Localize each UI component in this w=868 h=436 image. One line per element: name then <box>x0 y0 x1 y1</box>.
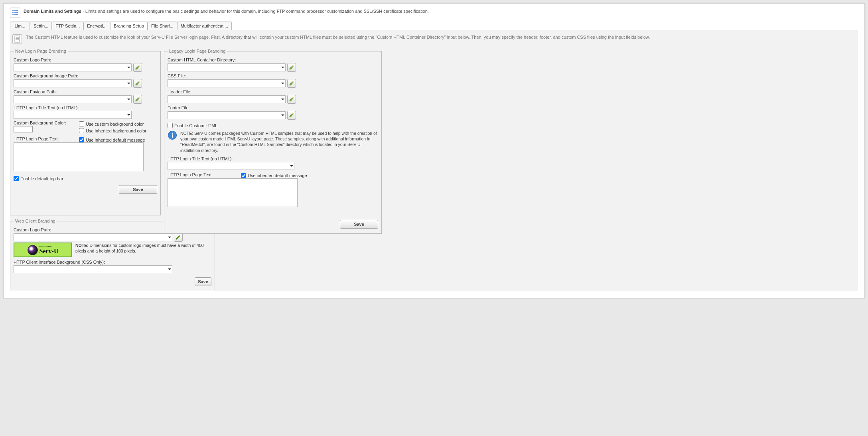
use-inherited-bg-label: Use inherited background color <box>86 128 146 133</box>
enable-custom-html-checkbox[interactable] <box>168 123 173 128</box>
use-inherited-msg-checkbox[interactable] <box>79 137 84 142</box>
container-dir-combo[interactable] <box>168 63 286 71</box>
new-login-fieldset: New Login Page Branding Custom Logo Path… <box>10 49 161 215</box>
custom-logo-path-label: Custom Logo Path: <box>14 57 157 62</box>
legacy-http-login-page-text[interactable] <box>168 178 298 207</box>
svg-rect-4 <box>12 14 14 15</box>
footer-file-input[interactable] <box>168 111 286 119</box>
page-title: Domain Limits and Settings <box>24 9 81 14</box>
logo-big-text: Serv-U <box>39 248 59 254</box>
custom-favicon-combo[interactable] <box>14 95 132 103</box>
wc-note: NOTE: Dimensions for custom logo images … <box>75 243 211 254</box>
wc-note-label: NOTE: <box>75 243 89 248</box>
wc-note-text: Dimensions for custom logo images must h… <box>75 243 204 253</box>
edit-button[interactable] <box>174 233 183 242</box>
http-title-input[interactable] <box>14 111 132 119</box>
header-file-input[interactable] <box>168 95 286 103</box>
custom-logo-path-combo[interactable] <box>14 63 132 71</box>
tab-branding-setup[interactable]: Branding Setup <box>110 22 148 30</box>
logo-preview: File Server Serv-U <box>14 243 72 257</box>
save-button[interactable]: Save <box>340 220 378 229</box>
legacy-http-title-input[interactable] <box>168 162 294 170</box>
css-file-input[interactable] <box>168 79 286 87</box>
edit-button[interactable] <box>133 79 142 88</box>
enable-custom-html-label: Enable Custom HTML <box>174 123 217 128</box>
web-client-legend: Web Client Branding <box>14 219 57 223</box>
http-login-page-text[interactable] <box>14 142 144 171</box>
main-panel: Domain Limits and Settings - Limits and … <box>3 3 865 298</box>
svg-rect-7 <box>16 37 19 37</box>
legacy-login-fieldset: Legacy Login Page Branding Custom HTML C… <box>164 49 382 234</box>
enable-default-top-bar-label: Enable default top bar <box>20 176 63 181</box>
container-dir-input[interactable] <box>168 63 286 71</box>
page-header: Domain Limits and Settings - Limits and … <box>10 8 858 18</box>
intro-text: The Custom HTML feature is used to custo… <box>26 34 650 40</box>
edit-button[interactable] <box>287 79 296 88</box>
legacy-http-title-combo[interactable] <box>168 162 294 170</box>
custom-favicon-label: Custom Favicon Path: <box>14 89 157 94</box>
legacy-note: NOTE: Serv-U comes packaged with Custom … <box>180 130 378 153</box>
document-icon <box>12 34 22 44</box>
container-dir-label: Custom HTML Container Directory: <box>168 57 378 62</box>
custom-bg-color-label: Custom Background Color: <box>14 120 73 125</box>
legacy-note-label: NOTE: <box>180 131 193 136</box>
edit-button[interactable] <box>133 63 142 72</box>
save-button[interactable]: Save <box>119 185 157 194</box>
info-icon <box>168 130 177 140</box>
svg-rect-6 <box>15 36 20 42</box>
tab-limits[interactable]: Lim... <box>10 22 30 30</box>
tab-encryption[interactable]: Encrypti... <box>83 22 110 30</box>
wc-custom-logo-combo[interactable] <box>14 233 172 241</box>
tab-bar: Lim... Settin... FTP Settin... Encrypti.… <box>10 21 858 30</box>
use-inherited-bg-checkbox[interactable] <box>79 128 84 133</box>
css-file-combo[interactable] <box>168 79 286 87</box>
footer-file-combo[interactable] <box>168 111 286 119</box>
custom-logo-path-input[interactable] <box>14 63 132 71</box>
settings-list-icon <box>10 8 20 18</box>
footer-file-label: Footer File: <box>168 105 378 110</box>
left-column: New Login Page Branding Custom Logo Path… <box>10 49 161 291</box>
svg-rect-2 <box>12 12 14 13</box>
custom-bg-image-combo[interactable] <box>14 79 132 87</box>
legacy-http-login-page-text-label: HTTP Login Page Text: <box>168 172 235 177</box>
wc-http-client-bg-input[interactable] <box>14 265 172 273</box>
wc-http-client-bg-combo[interactable] <box>14 265 172 273</box>
http-title-combo[interactable] <box>14 111 132 119</box>
custom-bg-image-input[interactable] <box>14 79 132 87</box>
edit-button[interactable] <box>287 111 296 120</box>
http-login-page-text-label: HTTP Login Page Text: <box>14 136 73 141</box>
legacy-note-text: Serv-U comes packaged with Custom HTML s… <box>180 131 377 153</box>
page-header-text: Domain Limits and Settings - Limits and … <box>24 8 429 14</box>
edit-button[interactable] <box>287 95 296 104</box>
use-custom-bg-checkbox[interactable] <box>79 121 84 126</box>
custom-bg-image-label: Custom Background Image Path: <box>14 73 157 78</box>
tab-file-sharing[interactable]: File Shari... <box>148 22 177 30</box>
use-inherited-msg-label: Use inherited default message <box>86 138 145 142</box>
svg-rect-9 <box>16 39 19 40</box>
custom-favicon-input[interactable] <box>14 95 132 103</box>
svg-point-21 <box>172 133 173 134</box>
edit-button[interactable] <box>133 95 142 104</box>
enable-default-top-bar-checkbox[interactable] <box>14 176 19 181</box>
css-file-label: CSS File: <box>168 73 378 78</box>
tab-settings[interactable]: Settin... <box>30 22 52 30</box>
save-button[interactable]: Save <box>195 277 211 286</box>
wc-custom-logo-input[interactable] <box>14 233 172 241</box>
header-file-combo[interactable] <box>168 95 286 103</box>
svg-rect-3 <box>14 12 18 13</box>
legacy-use-inherited-msg-label: Use inherited default message <box>248 173 307 178</box>
servu-logo-icon <box>28 245 38 255</box>
legacy-login-legend: Legacy Login Page Branding <box>168 49 227 53</box>
legacy-use-inherited-msg-checkbox[interactable] <box>241 173 246 178</box>
http-title-label: HTTP Login Title Text (no HTML): <box>14 105 157 110</box>
header-file-label: Header File: <box>168 89 378 94</box>
right-column: Legacy Login Page Branding Custom HTML C… <box>164 49 382 234</box>
svg-rect-8 <box>16 38 19 39</box>
new-login-legend: New Login Page Branding <box>14 49 68 53</box>
tab-multifactor[interactable]: Multifactor authenticati... <box>177 22 232 30</box>
legacy-http-title-label: HTTP Login Title Text (no HTML): <box>168 156 378 161</box>
color-swatch[interactable] <box>14 126 33 132</box>
intro-box: The Custom HTML feature is used to custo… <box>10 34 858 45</box>
edit-button[interactable] <box>287 63 296 72</box>
tab-ftp-settings[interactable]: FTP Settin... <box>52 22 83 30</box>
